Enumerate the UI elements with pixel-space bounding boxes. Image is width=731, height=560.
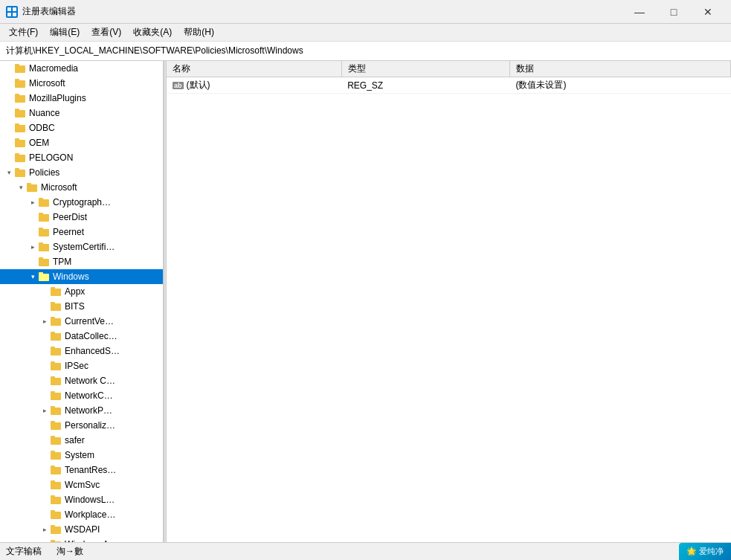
tree-item-personaliz[interactable]: Personaliz… [0, 418, 163, 433]
folder-icon [15, 123, 27, 133]
cell-data: (数值未设置) [510, 77, 731, 94]
tree-label-currentve: CurrentVe… [65, 316, 114, 326]
tree-expander-policies[interactable]: ▾ [3, 169, 15, 176]
tree-label-cryptograph: Cryptograph… [53, 197, 111, 207]
folder-icon [51, 539, 62, 542]
tree-item-appx[interactable]: Appx [0, 284, 163, 299]
tree-item-microsoft-sw[interactable]: Microsoft [0, 76, 163, 91]
tree-label-odbc: ODBC [29, 123, 55, 133]
right-panel: 名称 类型 数据 ab(默认)REG_SZ(数值未设置) [167, 61, 731, 542]
tree-item-workplace[interactable]: Workplace… [0, 507, 163, 522]
tree-label-networkp: NetworkP… [65, 405, 112, 416]
tree-label-appx: Appx [65, 286, 85, 297]
tree-expander-wsdapi[interactable]: ▸ [39, 526, 51, 533]
tree-panel[interactable]: MacromediaMicrosoftMozillaPluginsNuanceO… [0, 61, 164, 542]
tree-expander-microsoft-pol[interactable]: ▾ [15, 184, 27, 191]
tree-item-windows[interactable]: ▾Windows [0, 269, 163, 284]
column-header-name[interactable]: 名称 [167, 61, 341, 77]
folder-icon [39, 197, 51, 207]
tree-label-tenantres: TenantRes… [65, 465, 116, 475]
tree-label-systemcertifi: SystemCertifi… [53, 242, 115, 252]
watermark: 🌟 爱纯净 [679, 543, 731, 560]
tree-label-mozillaplugins: MozillaPlugins [29, 93, 86, 103]
tree-item-ipsec[interactable]: IPSec [0, 358, 163, 373]
tree-expander-windows[interactable]: ▾ [27, 273, 39, 280]
tree-item-networkc2[interactable]: NetworkC… [0, 388, 163, 403]
tree-item-macromedia[interactable]: Macromedia [0, 61, 163, 76]
tree-item-cryptograph[interactable]: ▸Cryptograph… [0, 195, 163, 210]
window-controls: — □ ✕ [622, 0, 725, 24]
tree-item-windowsl[interactable]: WindowsL… [0, 492, 163, 507]
menu-item-h[interactable]: 帮助(H) [178, 25, 220, 40]
tree-item-bits[interactable]: BITS [0, 299, 163, 314]
folder-icon [39, 242, 51, 252]
tree-item-safer[interactable]: safer [0, 433, 163, 448]
svg-rect-1 [13, 7, 16, 11]
tree-label-microsoft-pol: Microsoft [41, 182, 77, 193]
tree-item-systemcertifi[interactable]: ▸SystemCertifi… [0, 239, 163, 254]
tree-item-odbc[interactable]: ODBC [0, 120, 163, 135]
tree-item-currentve[interactable]: ▸CurrentVe… [0, 314, 163, 329]
menu-item-v[interactable]: 查看(V) [86, 25, 127, 40]
title-bar: 注册表编辑器 — □ ✕ [0, 0, 731, 24]
svg-rect-0 [7, 7, 11, 11]
folder-icon [15, 78, 27, 88]
tree-item-tpm[interactable]: TPM [0, 254, 163, 269]
tree-item-networkp[interactable]: ▸NetworkP… [0, 403, 163, 418]
menu-item-f[interactable]: 文件(F) [3, 25, 44, 40]
folder-icon [51, 286, 62, 297]
tree-item-nuance[interactable]: Nuance [0, 106, 163, 120]
tree-item-windowsa[interactable]: Windows A… [0, 537, 163, 542]
tree-expander-currentve[interactable]: ▸ [39, 318, 51, 325]
tree-label-bits: BITS [65, 301, 85, 312]
tree-expander-networkp[interactable]: ▸ [39, 407, 51, 414]
folder-icon [51, 346, 62, 356]
folder-icon [51, 316, 62, 326]
tree-item-policies[interactable]: ▾Policies [0, 165, 163, 180]
folder-icon [51, 495, 62, 505]
tree-label-windowsl: WindowsL… [65, 495, 115, 505]
tree-expander-systemcertifi[interactable]: ▸ [27, 243, 39, 251]
watermark-text: 爱纯净 [699, 547, 724, 556]
folder-icon [39, 212, 51, 222]
tree-item-peerdist[interactable]: PeerDist [0, 210, 163, 225]
folder-icon [15, 63, 27, 74]
tree-label-policies: Policies [29, 167, 59, 178]
tree-item-datacollec[interactable]: DataCollec… [0, 329, 163, 344]
column-header-data[interactable]: 数据 [510, 61, 731, 77]
close-button[interactable]: ✕ [691, 0, 725, 24]
menu-item-a[interactable]: 收藏夹(A) [127, 25, 178, 40]
tree-item-oem[interactable]: OEM [0, 135, 163, 150]
menu-item-e[interactable]: 编辑(E) [44, 25, 86, 40]
tree-label-macromedia: Macromedia [29, 63, 78, 74]
tree-item-tenantres[interactable]: TenantRes… [0, 463, 163, 477]
tree-label-ipsec: IPSec [65, 361, 88, 371]
tree-expander-cryptograph[interactable]: ▸ [27, 199, 39, 206]
maximize-button[interactable]: □ [657, 0, 691, 24]
tree-label-wcmsvc: WcmSvc [65, 480, 100, 490]
tree-item-system[interactable]: System [0, 448, 163, 463]
folder-icon [51, 480, 62, 490]
folder-icon [51, 361, 62, 371]
tree-label-enhanceds: EnhancedS… [65, 346, 120, 356]
svg-rect-3 [13, 13, 16, 16]
table-row[interactable]: ab(默认)REG_SZ(数值未设置) [167, 77, 731, 94]
status-left: 文字输稿 [6, 545, 42, 558]
tree-item-microsoft-pol[interactable]: ▾Microsoft [0, 180, 163, 195]
tree-item-mozillaplugins[interactable]: MozillaPlugins [0, 91, 163, 106]
watermark-icon: 🌟 [686, 547, 697, 556]
tree-label-pelogon: PELOGON [29, 152, 73, 163]
tree-item-peernet[interactable]: Peernet [0, 225, 163, 239]
tree-item-network-c1[interactable]: Network C… [0, 373, 163, 388]
tree-label-tpm: TPM [53, 257, 71, 267]
tree-item-enhanceds[interactable]: EnhancedS… [0, 344, 163, 358]
folder-icon [51, 390, 62, 401]
tree-item-wcmsvc[interactable]: WcmSvc [0, 477, 163, 492]
status-right: 淘→數 [57, 545, 83, 558]
tree-label-safer: safer [65, 435, 85, 445]
minimize-button[interactable]: — [622, 0, 657, 24]
tree-item-wsdapi[interactable]: ▸WSDAPI [0, 522, 163, 537]
column-header-type[interactable]: 类型 [341, 61, 509, 77]
tree-item-pelogon[interactable]: PELOGON [0, 150, 163, 165]
folder-icon [15, 138, 27, 148]
